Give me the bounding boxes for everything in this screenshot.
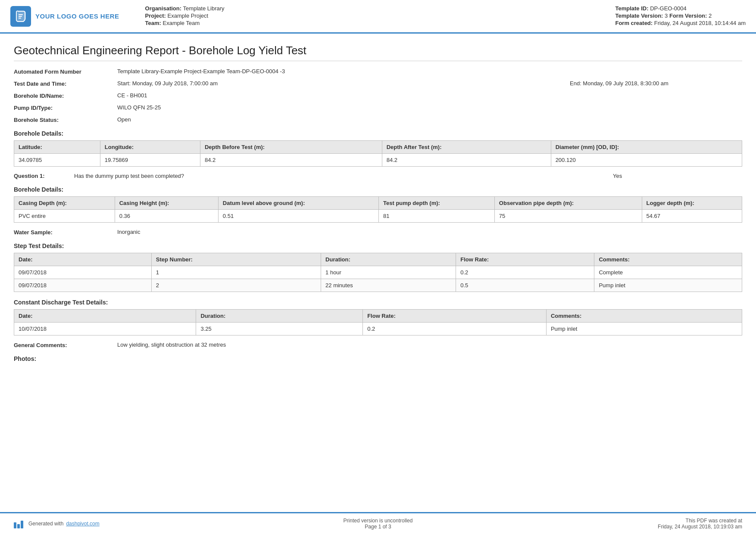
constant-discharge-table: Date: Duration: Flow Rate: Comments: 10/… (14, 309, 742, 335)
col-flow-rate: Flow Rate: (363, 310, 547, 323)
template-version-label: Template Version: (615, 12, 663, 19)
organisation-line: Organisation: Template Library (145, 5, 607, 12)
table-cell: Pump inlet (594, 279, 742, 292)
test-date-label: Test Date and Time: (14, 80, 117, 87)
version-line: Template Version: 3 Form Version: 2 (615, 12, 746, 19)
pdf-created-label: This PDF was created at (613, 518, 742, 524)
col-date: Date: (14, 253, 152, 266)
test-date-start: Start: Monday, 09 July 2018, 7:00:00 am (117, 80, 570, 87)
col-date: Date: (14, 310, 196, 323)
general-comments-value: Low yielding, slight obstruction at 32 m… (117, 342, 742, 348)
borehole-status-label: Borehole Status: (14, 116, 117, 123)
col-test-pump-depth: Test pump depth (m): (379, 197, 495, 210)
table-row: PVC entire0.360.51817554.67 (14, 210, 742, 223)
bar1 (14, 522, 16, 528)
table-cell: 200.120 (551, 154, 742, 167)
photos-section: Photos: (14, 355, 742, 362)
test-date-row: Test Date and Time: Start: Monday, 09 Ju… (14, 80, 742, 87)
table-cell: 34.09785 (14, 154, 100, 167)
footer-right: This PDF was created at Friday, 24 Augus… (613, 518, 742, 530)
borehole-details-1-table: Latitude: Longitude: Depth Before Test (… (14, 140, 742, 167)
table-row: 10/07/20183.250.2Pump inlet (14, 323, 742, 335)
form-created-label: Form created: (615, 20, 653, 26)
project-value: Example Project (168, 12, 209, 19)
team-line: Team: Example Team (145, 20, 607, 26)
logo-text: YOUR LOGO GOES HERE (35, 12, 119, 20)
col-latitude: Latitude: (14, 141, 100, 154)
borehole-details-2-table: Casing Depth (m): Casing Height (m): Dat… (14, 196, 742, 223)
table-cell: 0.2 (363, 323, 547, 335)
borehole-details-2-title: Borehole Details: (14, 186, 742, 193)
question-1-text: Has the dummy pump test been completed? (74, 173, 613, 179)
table-cell: 1 (151, 266, 321, 279)
borehole-details-1-title: Borehole Details: (14, 130, 742, 137)
table-cell: 54.67 (642, 210, 742, 223)
water-sample-value: Inorganic (117, 229, 742, 235)
table-row: 09/07/201811 hour0.2Complete (14, 266, 742, 279)
template-id-label: Template ID: (615, 5, 648, 12)
page-footer: Generated with dashpivot.com Printed ver… (0, 512, 756, 534)
table-cell: 09/07/2018 (14, 279, 152, 292)
header-right: Template ID: DP-GEO-0004 Template Versio… (615, 5, 746, 27)
table-row: 34.0978519.7586984.284.2200.120 (14, 154, 742, 167)
borehole-status-row: Borehole Status: Open (14, 116, 742, 123)
footer-left: Generated with dashpivot.com (14, 519, 143, 528)
general-comments-row: General Comments: Low yielding, slight o… (14, 342, 742, 348)
col-duration: Duration: (321, 253, 456, 266)
col-diameter: Diameter (mm) [OD, ID]: (551, 141, 742, 154)
table-cell: PVC entire (14, 210, 115, 223)
table-cell: 0.5 (456, 279, 594, 292)
table-cell: 0.51 (218, 210, 378, 223)
form-created-line: Form created: Friday, 24 August 2018, 10… (615, 20, 746, 26)
form-version-value: 2 (709, 12, 712, 19)
table-cell: Complete (594, 266, 742, 279)
table-cell: Pump inlet (546, 323, 742, 335)
col-step-number: Step Number: (151, 253, 321, 266)
automated-form-row: Automated Form Number Template Library-E… (14, 68, 742, 75)
table-row: 09/07/2018222 minutes0.5Pump inlet (14, 279, 742, 292)
table-cell: 0.36 (115, 210, 218, 223)
team-value: Example Team (162, 20, 200, 26)
question-1-answer: Yes (613, 173, 742, 179)
col-logger-depth: Logger depth (m): (642, 197, 742, 210)
generated-with-text: Generated with (28, 521, 63, 527)
col-datum-level: Datum level above ground (m): (218, 197, 378, 210)
constant-discharge-title: Constant Discharge Test Details: (14, 299, 742, 306)
col-depth-before: Depth Before Test (m): (200, 141, 382, 154)
report-title: Geotechnical Engineering Report - Boreho… (14, 44, 742, 61)
footer-logo-icon (14, 519, 26, 528)
table-cell: 09/07/2018 (14, 266, 152, 279)
pdf-created-value: Friday, 24 August 2018, 10:19:03 am (613, 524, 742, 530)
question-1-label: Question 1: (14, 173, 74, 179)
table-header-row: Date: Duration: Flow Rate: Comments: (14, 310, 742, 323)
table-cell: 19.75869 (100, 154, 200, 167)
table-cell: 2 (151, 279, 321, 292)
logo-icon (10, 6, 31, 27)
col-longitude: Longitude: (100, 141, 200, 154)
pump-id-row: Pump ID/Type: WILO QFN 25-25 (14, 104, 742, 111)
table-header-row: Casing Depth (m): Casing Height (m): Dat… (14, 197, 742, 210)
step-test-table: Date: Step Number: Duration: Flow Rate: … (14, 253, 742, 292)
col-flow-rate: Flow Rate: (456, 253, 594, 266)
pump-id-label: Pump ID/Type: (14, 104, 117, 111)
question-1-row: Question 1: Has the dummy pump test been… (14, 173, 742, 179)
table-header-row: Latitude: Longitude: Depth Before Test (… (14, 141, 742, 154)
template-id-value: DP-GEO-0004 (650, 5, 687, 12)
table-cell: 3.25 (196, 323, 363, 335)
table-cell: 10/07/2018 (14, 323, 196, 335)
table-cell: 75 (494, 210, 642, 223)
col-duration: Duration: (196, 310, 363, 323)
dashpivot-link[interactable]: dashpivot.com (66, 521, 99, 527)
template-version-value: 3 (665, 12, 668, 19)
col-obs-pipe-depth: Observation pipe depth (m): (494, 197, 642, 210)
borehole-id-value: CE - BH001 (117, 92, 742, 99)
table-cell: 22 minutes (321, 279, 456, 292)
water-sample-label: Water Sample: (14, 229, 117, 236)
form-version-label: Form Version: (669, 12, 707, 19)
bar2 (17, 524, 20, 528)
table-cell: 84.2 (382, 154, 551, 167)
organisation-value: Template Library (183, 5, 224, 12)
page-total: of 3 (383, 524, 391, 530)
test-date-end: End: Monday, 09 July 2018, 8:30:00 am (570, 80, 742, 87)
water-sample-row: Water Sample: Inorganic (14, 229, 742, 236)
